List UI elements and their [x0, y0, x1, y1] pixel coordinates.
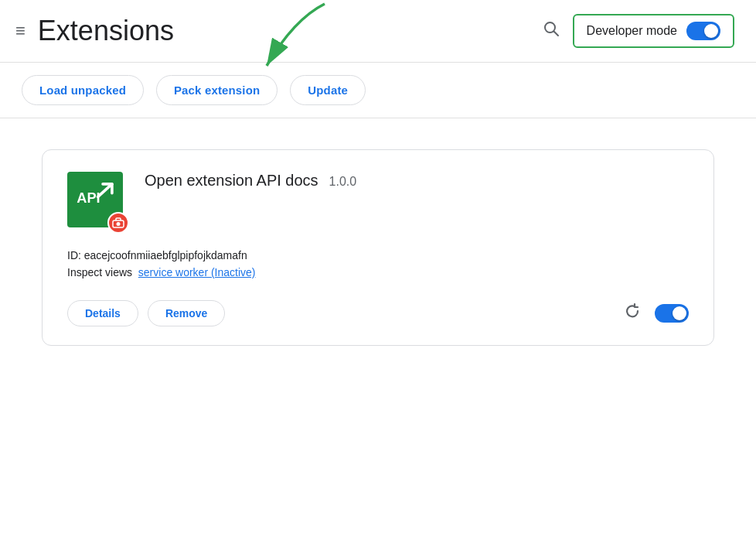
- remove-button[interactable]: Remove: [148, 300, 225, 326]
- card-actions: Details Remove: [67, 300, 689, 326]
- load-unpacked-button[interactable]: Load unpacked: [22, 75, 144, 105]
- toggle-thumb: [704, 24, 718, 38]
- svg-line-1: [553, 32, 558, 36]
- toolbar: Load unpacked Pack extension Update: [0, 62, 756, 118]
- extension-card: API Open extension A: [42, 149, 714, 346]
- extension-icon-wrapper: API: [67, 172, 123, 227]
- extension-info: Open extension API docs 1.0.0: [145, 172, 689, 194]
- search-icon[interactable]: [542, 19, 560, 43]
- reload-icon[interactable]: [622, 301, 642, 326]
- extension-name-row: Open extension API docs 1.0.0: [145, 172, 689, 190]
- details-button[interactable]: Details: [67, 300, 138, 326]
- extension-id: ID: eacejcoofnmiiaebfglpipfojkdamafn: [67, 249, 689, 261]
- extension-version: 1.0.0: [329, 175, 357, 189]
- header-left: ≡ Extensions: [15, 15, 174, 47]
- main-content: API Open extension A: [0, 118, 756, 377]
- developer-mode-label: Developer mode: [587, 24, 677, 38]
- card-right-actions: [622, 301, 689, 326]
- extension-views: Inspect views service worker (Inactive): [67, 266, 689, 278]
- badge-overlay: [107, 212, 129, 234]
- developer-mode-box: Developer mode: [573, 14, 734, 48]
- inspect-views-label: Inspect views: [67, 266, 132, 278]
- card-toggle-thumb: [673, 306, 686, 320]
- service-worker-link[interactable]: service worker (Inactive): [138, 266, 256, 278]
- pack-extension-button[interactable]: Pack extension: [156, 75, 278, 105]
- card-top: API Open extension A: [67, 172, 689, 227]
- menu-icon[interactable]: ≡: [15, 22, 26, 39]
- developer-mode-toggle[interactable]: [686, 22, 720, 40]
- extension-name: Open extension API docs: [145, 172, 318, 190]
- header-right: Developer mode: [542, 14, 734, 48]
- header: ≡ Extensions Developer mode: [0, 0, 756, 62]
- camera-badge-icon: [112, 217, 124, 228]
- card-buttons: Details Remove: [67, 300, 225, 326]
- svg-point-7: [117, 222, 121, 226]
- extension-enabled-toggle[interactable]: [655, 304, 689, 323]
- toolbar-wrapper: Load unpacked Pack extension Update: [0, 62, 756, 118]
- card-details: ID: eacejcoofnmiiaebfglpipfojkdamafn Ins…: [67, 249, 689, 294]
- page-title: Extensions: [38, 15, 174, 47]
- update-button[interactable]: Update: [290, 75, 366, 105]
